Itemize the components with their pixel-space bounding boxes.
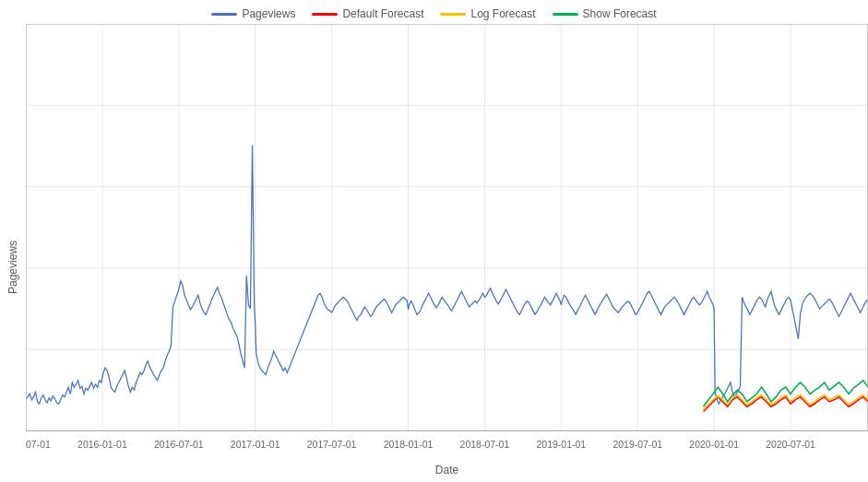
- chart-svg: 50000 40000 30000 20000 10000 0: [26, 24, 868, 460]
- chart-legend: Pageviews Default Forecast Log Forecast …: [211, 0, 656, 24]
- svg-text:2017-01-01: 2017-01-01: [231, 439, 280, 450]
- legend-pageviews-label: Pageviews: [242, 7, 295, 20]
- svg-text:2019-01-01: 2019-01-01: [536, 439, 586, 450]
- svg-text:2020-01-01: 2020-01-01: [689, 439, 739, 450]
- svg-text:2016-01-01: 2016-01-01: [77, 439, 127, 450]
- svg-text:2016-07-01: 2016-07-01: [154, 439, 204, 450]
- svg-text:2018-01-01: 2018-01-01: [384, 439, 434, 450]
- chart-inner: 50000 40000 30000 20000 10000 0: [26, 24, 868, 482]
- legend-pageviews-line: [211, 13, 237, 16]
- chart-container: Pageviews Default Forecast Log Forecast …: [0, 0, 868, 482]
- svg-rect-0: [26, 24, 868, 430]
- svg-text:2015-07-01: 2015-07-01: [26, 439, 51, 450]
- legend-default-forecast-line: [312, 13, 338, 16]
- legend-log-forecast: Log Forecast: [440, 7, 535, 20]
- y-axis-label: Pageviews: [0, 24, 26, 482]
- svg-text:2019-07-01: 2019-07-01: [612, 439, 662, 450]
- svg-text:2018-07-01: 2018-07-01: [460, 439, 510, 450]
- legend-log-forecast-line: [440, 13, 466, 16]
- chart-area: Pageviews 50000 40000 30000 20000 10000 …: [0, 24, 868, 482]
- legend-default-forecast-label: Default Forecast: [342, 7, 423, 20]
- legend-show-forecast: Show Forecast: [553, 7, 657, 20]
- legend-show-forecast-line: [553, 13, 578, 16]
- legend-show-forecast-label: Show Forecast: [583, 7, 657, 20]
- x-axis-label: Date: [26, 460, 868, 482]
- legend-default-forecast: Default Forecast: [312, 7, 423, 20]
- legend-log-forecast-label: Log Forecast: [470, 7, 535, 20]
- svg-text:2020-07-01: 2020-07-01: [766, 439, 815, 450]
- svg-text:2017-07-01: 2017-07-01: [307, 439, 357, 450]
- legend-pageviews: Pageviews: [211, 7, 295, 20]
